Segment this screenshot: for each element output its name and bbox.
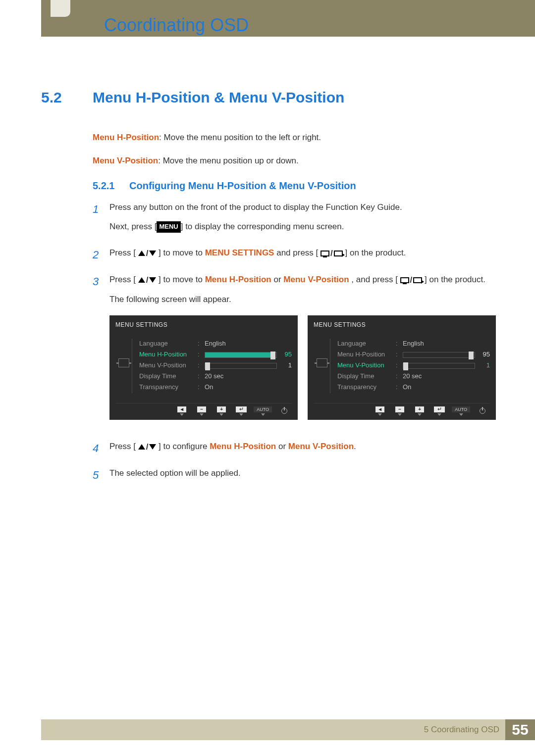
page-content: 5.2 Menu H-Position & Menu V-Position Me…	[41, 89, 494, 493]
desc-h-position: : Move the menu position to the left or …	[159, 133, 321, 142]
page-footer: 5 Coordinating OSD 55	[41, 719, 535, 740]
osd-slider	[205, 363, 277, 369]
chapter-tab-notch	[51, 0, 70, 17]
term-v-position: Menu V-Position	[93, 156, 158, 165]
osd-value: On	[403, 382, 411, 393]
osd-row-language: Language : English	[139, 339, 292, 350]
step-number: 1	[93, 201, 102, 239]
osd-label: Display Time	[337, 371, 392, 382]
osd-value: On	[205, 382, 213, 393]
osd-power-icon	[277, 408, 292, 414]
osd-row-display-time: Display Time : 20 sec	[139, 371, 292, 382]
intro-block: Menu H-Position: Move the menu position …	[93, 131, 494, 168]
osd-row-vposition: Menu V-Position : 1	[139, 360, 292, 371]
desc-v-position: : Move the menu position up or down.	[158, 156, 299, 165]
section-title: Menu H-Position & Menu V-Position	[93, 89, 344, 106]
osd-value: 1	[281, 360, 292, 371]
osd-footer: ◄ − + AUTO	[115, 403, 292, 416]
step-1-line-b: Next, press [MENU] to display the corres…	[109, 220, 402, 233]
osd-plus-button: +	[214, 406, 229, 416]
page-number: 55	[505, 719, 535, 740]
highlight-h-position: Menu H-Position	[205, 275, 271, 284]
text: Next, press [	[109, 222, 157, 231]
text: ] to configure	[159, 442, 210, 451]
osd-panel-vposition: MENU SETTINGS Language : English	[308, 315, 496, 420]
step-4: 4 Press [ / ] to configure Menu H-Positi…	[93, 440, 494, 459]
osd-label: Menu H-Position	[139, 350, 194, 360]
osd-footer: ◄ − + AUTO	[314, 403, 490, 416]
text: and press [	[276, 248, 318, 257]
footer-chapter-label: 5 Coordinating OSD	[424, 725, 499, 735]
osd-value: 20 sec	[205, 371, 223, 382]
highlight-v-position: Menu V-Position	[288, 442, 354, 451]
text: Press [	[109, 275, 136, 284]
step-1: 1 Press any button on the front of the p…	[93, 201, 494, 239]
monitor-source-icon: /	[400, 273, 423, 287]
osd-category-icon	[118, 358, 129, 367]
step-1-line-a: Press any button on the front of the pro…	[109, 201, 402, 214]
osd-enter-button	[432, 406, 447, 416]
step-3-tail: The following screen will appear.	[109, 293, 496, 306]
highlight-menu-settings: MENU SETTINGS	[205, 248, 274, 257]
osd-auto-button: AUTO	[254, 406, 272, 416]
up-down-icon: /	[138, 247, 157, 260]
osd-row-transparency: Transparency : On	[139, 382, 292, 393]
osd-row-hposition-active: Menu H-Position : 95	[139, 350, 292, 360]
step-3: 3 Press [ / ] to move to Menu H-Position…	[93, 273, 494, 432]
osd-slider	[403, 352, 475, 358]
step-number: 5	[93, 466, 102, 486]
osd-label: Language	[139, 339, 194, 349]
osd-back-button: ◄	[373, 406, 387, 416]
osd-row-language: Language : English	[337, 339, 490, 350]
osd-slider	[205, 352, 277, 358]
osd-plus-button: +	[412, 406, 427, 416]
osd-slider	[403, 363, 475, 369]
left-gutter	[0, 0, 41, 756]
osd-label: Display Time	[139, 371, 194, 382]
osd-label: Language	[337, 339, 392, 349]
osd-label: Menu V-Position	[337, 360, 392, 371]
steps-list: 1 Press any button on the front of the p…	[93, 201, 494, 486]
osd-power-icon	[475, 408, 490, 414]
osd-row-hposition: Menu H-Position : 95	[337, 350, 490, 360]
chapter-title: Coordinating OSD	[104, 15, 249, 36]
menu-key-icon: MENU	[157, 221, 180, 233]
monitor-source-icon: /	[321, 247, 343, 260]
highlight-h-position: Menu H-Position	[210, 442, 276, 451]
osd-label: Menu H-Position	[337, 350, 392, 360]
text: ] to display the corresponding menu scre…	[181, 222, 344, 231]
text: , and press [	[351, 275, 398, 284]
osd-auto-button: AUTO	[452, 406, 470, 416]
osd-row-transparency: Transparency : On	[337, 382, 490, 393]
osd-value: 1	[479, 360, 490, 371]
osd-label: Transparency	[139, 382, 194, 393]
osd-value: 95	[281, 350, 292, 360]
osd-screenshots: MENU SETTINGS Language : English	[109, 315, 496, 420]
step-number: 2	[93, 246, 102, 266]
text: ] to move to	[159, 248, 205, 257]
osd-label: Transparency	[337, 382, 392, 393]
section-number: 5.2	[41, 89, 81, 106]
subsection-number: 5.2.1	[93, 180, 120, 192]
term-h-position: Menu H-Position	[93, 133, 159, 142]
osd-label: Menu V-Position	[139, 360, 194, 371]
up-down-icon: /	[138, 273, 157, 287]
text: or	[274, 275, 284, 284]
subsection-title: Configuring Menu H-Position & Menu V-Pos…	[129, 180, 356, 192]
text: ] on the product.	[345, 248, 406, 257]
text: ] on the product.	[425, 275, 485, 284]
osd-header: MENU SETTINGS	[115, 320, 292, 330]
osd-panel-hposition: MENU SETTINGS Language : English	[109, 315, 298, 420]
step-5: 5 The selected option will be applied.	[93, 466, 494, 486]
osd-sidebar	[115, 339, 132, 393]
osd-value: English	[205, 339, 226, 349]
osd-category-icon	[317, 358, 327, 367]
osd-minus-button: −	[194, 406, 209, 416]
osd-back-button: ◄	[174, 406, 189, 416]
step-2: 2 Press [ / ] to move to MENU SETTINGS a…	[93, 246, 494, 266]
step-number: 3	[93, 273, 102, 432]
text: or	[278, 442, 288, 451]
step-number: 4	[93, 440, 102, 459]
osd-value: English	[403, 339, 424, 349]
osd-minus-button: −	[392, 406, 407, 416]
